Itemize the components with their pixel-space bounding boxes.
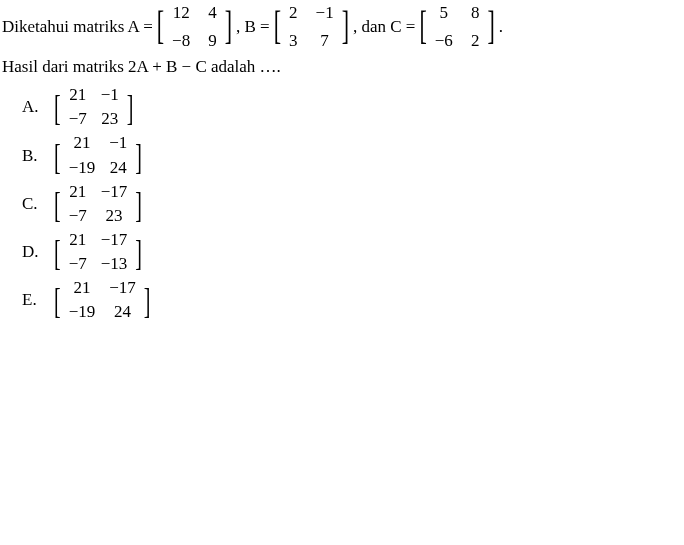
prompt-mid1: , B = [236, 16, 270, 38]
matrix-B-cells: 2 −1 3 7 [283, 2, 340, 52]
right-bracket-icon: ] [133, 132, 144, 179]
cell: −7 [69, 253, 87, 275]
cell: 2 [289, 2, 298, 24]
content: Diketahui matriks A = [ 12 4 −8 9 ] , B … [0, 0, 684, 323]
right-bracket-icon: ] [133, 180, 144, 227]
matrix-A-cells: 12 4 −8 9 [166, 2, 223, 52]
option-matrix: [21−1−1924] [52, 132, 144, 178]
cell: 21 [69, 132, 96, 154]
cell: −7 [69, 205, 87, 227]
left-bracket-icon: [ [417, 1, 428, 52]
cell: 5 [435, 2, 453, 24]
left-bracket-icon: [ [52, 132, 63, 179]
option-matrix: [21−17−7−13] [52, 229, 144, 275]
option-matrix: [21−17−723] [52, 181, 144, 227]
question-line: Hasil dari matriks 2A + B − C adalah …. [2, 56, 682, 78]
cell: −19 [69, 301, 96, 323]
cell: 3 [289, 30, 298, 52]
option-matrix-cells: 21−17−1924 [63, 277, 142, 323]
cell: −19 [69, 157, 96, 179]
option-matrix-cells: 21−17−723 [63, 181, 134, 227]
cell: 23 [101, 108, 119, 130]
cell: 4 [208, 2, 217, 24]
option-matrix-cells: 21−1−723 [63, 84, 125, 130]
cell: −17 [101, 229, 128, 251]
left-bracket-icon: [ [272, 1, 283, 52]
options-list: A.[21−1−723]B.[21−1−1924]C.[21−17−723]D.… [2, 84, 682, 323]
matrix-C-cells: 5 8 −6 2 [429, 2, 486, 52]
option-row: E.[21−17−1924] [22, 277, 682, 323]
right-bracket-icon: ] [340, 1, 351, 52]
cell: 9 [208, 30, 217, 52]
option-matrix-cells: 21−1−1924 [63, 132, 134, 178]
cell: −6 [435, 30, 453, 52]
cell: 21 [69, 181, 87, 203]
prompt-suffix: . [499, 16, 503, 38]
cell: −8 [172, 30, 190, 52]
option-row: A.[21−1−723] [22, 84, 682, 130]
option-label: E. [22, 289, 50, 311]
matrix-C: [ 5 8 −6 2 ] [417, 2, 496, 52]
option-label: B. [22, 145, 50, 167]
option-label: D. [22, 241, 50, 263]
cell: 24 [109, 157, 127, 179]
cell: 23 [101, 205, 128, 227]
option-row: C.[21−17−723] [22, 181, 682, 227]
prompt-prefix: Diketahui matriks A = [2, 16, 153, 38]
left-bracket-icon: [ [155, 1, 166, 52]
option-matrix: [21−1−723] [52, 84, 136, 130]
left-bracket-icon: [ [52, 229, 63, 276]
cell: 21 [69, 277, 96, 299]
right-bracket-icon: ] [133, 229, 144, 276]
prompt-mid2: , dan C = [353, 16, 415, 38]
cell: 7 [316, 30, 334, 52]
matrix-A: [ 12 4 −8 9 ] [155, 2, 234, 52]
left-bracket-icon: [ [52, 84, 63, 131]
cell: −17 [101, 181, 128, 203]
matrix-B: [ 2 −1 3 7 ] [272, 2, 351, 52]
option-label: A. [22, 96, 50, 118]
option-row: D.[21−17−7−13] [22, 229, 682, 275]
option-row: B.[21−1−1924] [22, 132, 682, 178]
cell: −13 [101, 253, 128, 275]
prompt-line: Diketahui matriks A = [ 12 4 −8 9 ] , B … [2, 0, 682, 52]
left-bracket-icon: [ [52, 277, 63, 324]
cell: −1 [316, 2, 334, 24]
cell: −1 [101, 84, 119, 106]
cell: 21 [69, 229, 87, 251]
option-matrix: [21−17−1924] [52, 277, 153, 323]
page: Diketahui matriks A = [ 12 4 −8 9 ] , B … [0, 0, 684, 545]
cell: 12 [172, 2, 190, 24]
cell: −1 [109, 132, 127, 154]
cell: 24 [109, 301, 136, 323]
cell: −17 [109, 277, 136, 299]
right-bracket-icon: ] [485, 1, 496, 52]
left-bracket-icon: [ [52, 180, 63, 227]
cell: −7 [69, 108, 87, 130]
right-bracket-icon: ] [125, 84, 136, 131]
right-bracket-icon: ] [223, 1, 234, 52]
cell: 2 [471, 30, 480, 52]
option-matrix-cells: 21−17−7−13 [63, 229, 134, 275]
cell: 21 [69, 84, 87, 106]
right-bracket-icon: ] [142, 277, 153, 324]
cell: 8 [471, 2, 480, 24]
option-label: C. [22, 193, 50, 215]
